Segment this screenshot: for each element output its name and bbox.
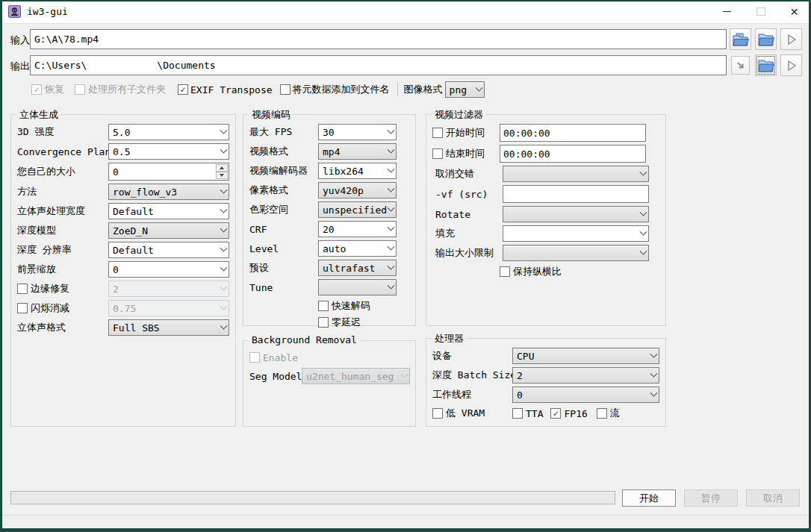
same-as-input-button[interactable] bbox=[731, 56, 750, 75]
chevron-down-icon bbox=[640, 247, 647, 254]
stereo-format-select[interactable]: Full SBS bbox=[108, 319, 229, 336]
end-time-checkbox[interactable] bbox=[432, 148, 443, 159]
depth-model-select[interactable]: ZoeD_N bbox=[108, 222, 229, 239]
tta-label: TTA bbox=[526, 408, 543, 419]
start-time-field[interactable] bbox=[500, 124, 646, 142]
end-time-field[interactable] bbox=[500, 145, 646, 163]
app-icon bbox=[8, 5, 21, 18]
resume-checkbox[interactable] bbox=[31, 84, 42, 95]
tune-label: Tune bbox=[249, 282, 318, 293]
video-codec-select[interactable]: libx264 bbox=[318, 163, 397, 179]
worker-threads-select[interactable]: 0 bbox=[512, 387, 659, 403]
fp16-checkbox[interactable] bbox=[550, 408, 561, 419]
worker-threads-label: 工作线程 bbox=[432, 388, 512, 401]
stereo-width-select[interactable]: Default bbox=[108, 203, 229, 219]
close-button[interactable]: ✕ bbox=[777, 0, 811, 23]
keep-aspect-checkbox[interactable] bbox=[500, 266, 510, 277]
depth-batch-size-select[interactable]: 2 bbox=[512, 367, 659, 384]
chevron-down-icon bbox=[220, 244, 228, 251]
output-path-field[interactable] bbox=[30, 55, 727, 75]
zero-latency-checkbox[interactable] bbox=[318, 317, 329, 328]
device-select[interactable]: CPU bbox=[512, 348, 659, 364]
3d-strength-select[interactable]: 5.0 bbox=[108, 124, 229, 140]
panel-title: 视频编码 bbox=[249, 108, 293, 122]
start-button[interactable]: 开始 bbox=[622, 489, 676, 507]
depth-batch-size-label: 深度 Batch Size bbox=[432, 369, 512, 382]
crf-select[interactable]: 20 bbox=[318, 221, 397, 237]
chevron-down-icon bbox=[650, 389, 658, 396]
video-format-select[interactable]: mp4 bbox=[318, 143, 397, 160]
panel-title: 处理器 bbox=[432, 332, 467, 345]
video-filter-panel: 视频过滤器 开始时间 结束时间 取消交错 -vf (src) Rotate 填充… bbox=[426, 114, 666, 326]
3d-strength-label: 3D 强度 bbox=[17, 125, 108, 139]
chevron-down-icon bbox=[388, 223, 395, 231]
input-path-field[interactable] bbox=[30, 29, 727, 49]
edge-fix-checkbox[interactable] bbox=[17, 284, 28, 294]
fast-decode-checkbox[interactable] bbox=[318, 301, 329, 311]
colorspace-select[interactable]: unspecified bbox=[318, 201, 397, 218]
flicker-reduction-label: 闪烁消减 bbox=[31, 301, 69, 315]
convergence-plane-select[interactable]: 0.5 bbox=[108, 143, 229, 160]
cancel-button[interactable]: 取消 bbox=[746, 489, 800, 507]
rotate-label: Rotate bbox=[432, 209, 503, 220]
spin-up-button[interactable] bbox=[216, 164, 228, 172]
zero-latency-label: 零延迟 bbox=[332, 316, 361, 329]
export-save-button[interactable] bbox=[730, 28, 751, 50]
method-select[interactable]: row_flow_v3 bbox=[108, 184, 229, 200]
edge-fix-select[interactable]: 2 bbox=[108, 281, 229, 297]
start-time-checkbox[interactable] bbox=[432, 128, 443, 138]
preset-select[interactable]: ultrafast bbox=[318, 260, 397, 276]
output-play-button[interactable] bbox=[780, 54, 802, 76]
tune-select[interactable] bbox=[318, 279, 397, 295]
chevron-down-icon bbox=[650, 369, 658, 377]
vf-src-field[interactable] bbox=[503, 185, 649, 203]
output-browse-button[interactable] bbox=[755, 54, 777, 76]
depth-resolution-select[interactable]: Default bbox=[108, 242, 229, 258]
padding-select[interactable] bbox=[503, 225, 649, 242]
max-output-size-select[interactable] bbox=[503, 245, 649, 261]
maximize-button[interactable] bbox=[744, 0, 777, 23]
padding-label: 填充 bbox=[432, 227, 503, 240]
pixel-format-select[interactable]: yuv420p bbox=[318, 182, 397, 198]
max-fps-select[interactable]: 30 bbox=[318, 124, 397, 140]
deinterlace-select[interactable] bbox=[503, 166, 649, 182]
input-play-button[interactable] bbox=[780, 28, 802, 50]
level-select[interactable]: auto bbox=[318, 240, 397, 257]
foreground-scale-select[interactable]: 0 bbox=[108, 261, 229, 278]
flicker-reduction-select[interactable]: 0.75 bbox=[108, 300, 229, 316]
input-browse-button[interactable] bbox=[755, 28, 777, 50]
separator bbox=[397, 82, 398, 97]
fast-decode-label: 快速解码 bbox=[332, 299, 370, 313]
low-vram-label: 低 VRAM bbox=[446, 407, 485, 420]
image-format-select[interactable]: png bbox=[445, 81, 485, 98]
chevron-down-icon bbox=[220, 302, 228, 310]
folder-open-icon bbox=[758, 33, 774, 46]
end-time-label: 结束时间 bbox=[446, 147, 485, 160]
flicker-reduction-checkbox[interactable] bbox=[17, 303, 28, 313]
pixel-format-label: 像素格式 bbox=[249, 184, 318, 197]
minimize-button[interactable] bbox=[710, 0, 744, 23]
edge-fix-label: 边缘修复 bbox=[31, 282, 69, 295]
crf-label: CRF bbox=[249, 224, 318, 235]
chevron-down-icon bbox=[388, 242, 395, 250]
progress-bar bbox=[10, 491, 615, 504]
stereo-generation-panel: 立体生成 3D 强度 5.0 Convergence Plane 0.5 您自己… bbox=[10, 114, 236, 427]
tta-checkbox[interactable] bbox=[512, 408, 523, 419]
exif-transpose-checkbox[interactable] bbox=[178, 84, 188, 95]
subfolders-checkbox[interactable] bbox=[75, 84, 85, 95]
stream-checkbox[interactable] bbox=[597, 408, 607, 419]
low-vram-checkbox[interactable] bbox=[432, 408, 443, 419]
exif-transpose-label: EXIF Transpose bbox=[190, 84, 273, 96]
start-time-label: 开始时间 bbox=[446, 126, 485, 140]
image-format-label: 图像格式 bbox=[404, 83, 443, 96]
rotate-select[interactable] bbox=[503, 206, 649, 222]
spin-down-button[interactable] bbox=[216, 172, 228, 179]
pause-button[interactable]: 暂停 bbox=[684, 489, 738, 507]
seg-model-select[interactable]: u2net_human_seg bbox=[302, 368, 410, 384]
chevron-down-icon bbox=[220, 263, 228, 271]
chevron-down-icon bbox=[388, 281, 395, 289]
device-label: 设备 bbox=[432, 349, 512, 363]
own-size-stepper[interactable]: 0 bbox=[108, 163, 229, 181]
bg-enable-checkbox[interactable] bbox=[249, 352, 260, 363]
metadata-filename-checkbox[interactable] bbox=[280, 84, 290, 95]
